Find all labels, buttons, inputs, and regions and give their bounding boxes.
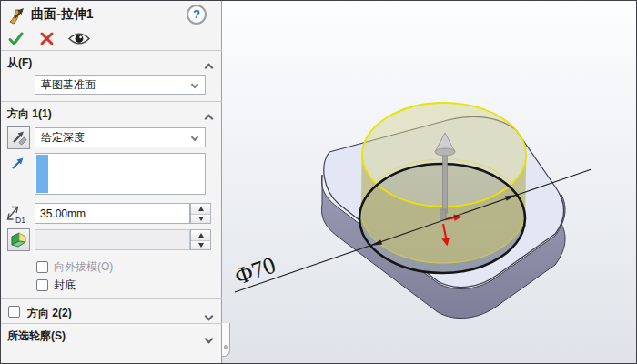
end-condition-value: 给定深度 [41,130,192,146]
cap-end-checkbox[interactable] [36,279,48,291]
model-canvas[interactable]: Φ70 [222,0,637,364]
depth-stepper[interactable] [190,203,211,224]
draft-outward-row: 向外拔模(O) [36,258,113,275]
chevron-down-icon [191,81,198,88]
chevron-up-icon [205,115,214,124]
cancel-x-icon[interactable] [39,31,55,50]
section-from-label: 从(F) [7,56,32,71]
end-condition-dropdown[interactable]: 给定深度 [35,127,206,147]
depth-input[interactable] [35,203,190,224]
selected-item-highlight [36,155,48,193]
cap-end-label[interactable]: 封底 [54,278,76,291]
start-condition-value: 草图基准面 [41,77,192,93]
section-direction2-expand[interactable] [206,307,218,319]
preview-eye-icon[interactable] [67,31,91,50]
depth-dimension-icon: D1 [4,204,31,229]
chevron-down-icon [205,335,214,344]
draft-angle-input [35,229,190,250]
section-direction1-collapse[interactable] [206,109,218,122]
direction-arrow-icon [9,155,26,176]
help-icon[interactable]: ? [187,5,207,25]
grip-dot-icon [224,345,228,349]
stepper-down-icon[interactable] [191,240,210,250]
chevron-down-icon [191,134,198,141]
property-manager-panel: 曲面-拉伸1 ? 从(F) 草图基准面 方向 1(1) [0,0,222,364]
panel-resize-tab[interactable] [222,323,230,357]
section-direction1-label: 方向 1(1) [7,106,52,122]
direction-selection-listbox[interactable] [35,153,206,195]
draft-outward-checkbox[interactable] [36,261,48,273]
chevron-down-icon [205,312,214,321]
section-contours-label: 所选轮廓(S) [7,329,66,344]
divider [0,50,222,51]
draft-angle-stepper[interactable] [190,229,211,250]
stepper-down-icon[interactable] [191,214,210,224]
svg-text:D1: D1 [15,216,25,225]
section-direction2-label: 方向 2(2) [27,306,72,321]
direction2-checkbox[interactable] [8,306,20,318]
divider [0,298,222,299]
ok-check-icon[interactable] [7,30,25,51]
start-condition-dropdown[interactable]: 草图基准面 [35,75,206,95]
chevron-up-icon [205,64,214,73]
draft-angle-icon [9,230,28,249]
draft-button[interactable] [7,228,30,251]
section-contours-expand[interactable] [206,329,218,342]
graphics-viewport[interactable]: Φ70 [222,0,637,364]
cap-end-row: 封底 [36,277,76,293]
section-from-collapse[interactable] [206,58,218,71]
page-title: 曲面-拉伸1 [31,6,93,23]
stepper-up-icon[interactable] [191,204,210,214]
surface-extrude-icon [6,5,26,29]
reverse-direction-button[interactable] [7,126,30,149]
draft-outward-label[interactable]: 向外拔模(O) [54,260,113,273]
divider [0,323,222,324]
divider [0,101,222,102]
reverse-direction-icon [9,128,28,147]
stepper-up-icon[interactable] [191,230,210,240]
